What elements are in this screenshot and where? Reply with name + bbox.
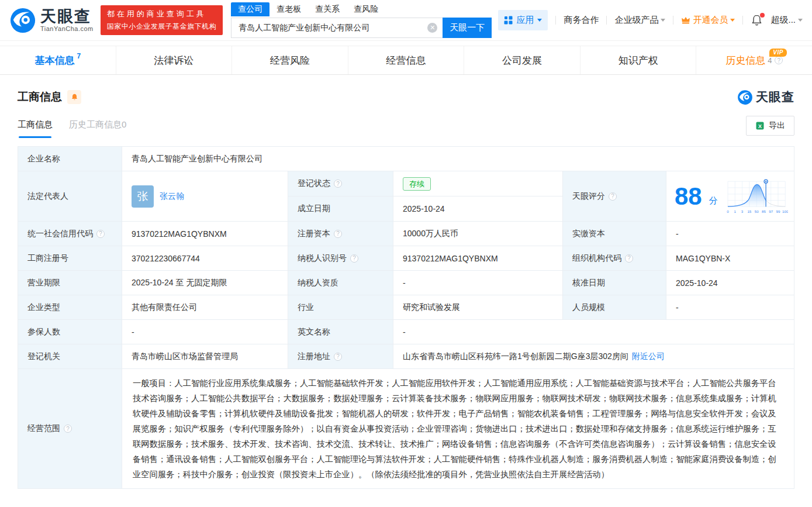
help-icon[interactable]: ? xyxy=(334,230,342,238)
help-icon[interactable]: ? xyxy=(96,230,105,238)
field-label: 实缴资本 xyxy=(563,222,666,246)
score-cell: 88 分 xyxy=(666,171,794,222)
logo-subtitle: TianYanCha.com xyxy=(40,25,94,32)
field-value-text: MAG1QYBN-X xyxy=(676,254,730,263)
table-row: 工商注册号370212230667744纳税人识别号?91370212MAG1Q… xyxy=(18,246,794,271)
establish-date: 2025-10-24 xyxy=(403,204,445,213)
field-label-text: 工商注册号 xyxy=(27,253,68,264)
field-value-text: 91370212MAG1QYBNXM xyxy=(403,254,498,263)
field-value: MAG1QYBN-X xyxy=(666,246,794,271)
divider xyxy=(742,16,743,25)
table-row: 营业期限2025-10-24 至 无固定期限纳税人资质-核准日期2025-10-… xyxy=(18,271,794,295)
field-value: 91370212MAG1QYBNXM xyxy=(122,222,288,246)
status-badge: 存续 xyxy=(403,177,431,191)
score-unit: 分 xyxy=(709,195,718,206)
info-table-rows: 统一社会信用代码?91370212MAG1QYBNXM注册资本?10000万人民… xyxy=(18,222,794,489)
field-value: 370212230667744 xyxy=(122,246,288,271)
field-label: 成立日期 xyxy=(288,196,393,222)
field-label-text: 注册地址 xyxy=(298,351,330,362)
export-button[interactable]: X 导出 xyxy=(746,116,794,136)
subscribe-bell-badge[interactable] xyxy=(67,90,81,104)
search-button[interactable]: 天眼一下 xyxy=(443,18,492,38)
search-tab-查风险[interactable]: 查风险 xyxy=(347,2,385,16)
help-icon[interactable]: ? xyxy=(64,425,72,433)
search-tab-查关系[interactable]: 查关系 xyxy=(308,2,347,16)
header-nav: 应用 商务合作 企业级产品 开通会员 xyxy=(498,10,803,30)
score-chart-ticks: 0131550859799100 xyxy=(727,209,788,213)
tab-法律诉讼[interactable]: 法律诉讼 xyxy=(116,46,233,74)
score-distribution-chart: 0131550859799100 xyxy=(725,174,788,219)
help-icon[interactable]: ? xyxy=(334,353,342,361)
nearby-company-link[interactable]: 附近公司 xyxy=(632,351,665,362)
field-label: 经营范围? xyxy=(18,369,122,489)
chart-tick-label: 3 xyxy=(741,209,744,213)
field-value-text: 一般项目：人工智能行业应用系统集成服务；人工智能基础软件开发；人工智能应用软件开… xyxy=(133,378,776,479)
subtabs: 工商信息历史工商信息0 xyxy=(18,119,126,138)
nav-enterprise-products[interactable]: 企业级产品 xyxy=(614,15,665,26)
nav-apps-button[interactable]: 应用 xyxy=(498,10,548,30)
tab-label: 经营风险 xyxy=(270,54,310,67)
nav-enterprise-label: 企业级产品 xyxy=(614,15,658,26)
search-area: 查公司查老板查关系查风险 ✕ 天眼一下 xyxy=(231,2,492,38)
field-label: 统一社会信用代码? xyxy=(18,222,122,246)
help-icon[interactable]: ? xyxy=(609,192,617,201)
search-tab-查老板[interactable]: 查老板 xyxy=(269,2,308,16)
svg-text:X: X xyxy=(758,123,762,129)
table-row: 统一社会信用代码?91370212MAG1QYBNXM注册资本?10000万人民… xyxy=(18,222,794,246)
field-value-text: 其他有限责任公司 xyxy=(132,302,197,313)
promo-banner-line2: 国家中小企业发展子基金旗下机构 xyxy=(107,22,217,32)
chart-tick-label: 97 xyxy=(769,209,773,213)
nav-cooperation-label: 商务合作 xyxy=(564,15,599,26)
field-value: 存续 xyxy=(393,171,563,196)
nav-open-vip[interactable]: 开通会员 xyxy=(681,15,735,26)
subtab-历史工商信息0[interactable]: 历史工商信息0 xyxy=(69,119,126,138)
section-header: 工商信息 天眼查 xyxy=(18,89,794,105)
promo-banner-line1: 都在用的商业查询工具 xyxy=(107,9,217,19)
nav-super-vip[interactable]: 超级... xyxy=(770,15,803,26)
watermark-text: 天眼查 xyxy=(756,89,794,105)
field-value-text: - xyxy=(403,327,406,337)
field-value: - xyxy=(122,320,288,344)
field-value: 91370212MAG1QYBNXM xyxy=(393,246,563,271)
section-title-wrap: 工商信息 xyxy=(18,89,81,105)
search-tab-查公司[interactable]: 查公司 xyxy=(231,2,269,16)
help-icon[interactable]: ? xyxy=(625,254,633,263)
field-value-text: - xyxy=(132,327,134,337)
vip-badge: VIP xyxy=(769,49,787,57)
chart-tick-label: 100 xyxy=(782,209,788,213)
logo-text: 天眼查 TianYanCha.com xyxy=(40,8,94,32)
field-label-text: 成立日期 xyxy=(298,204,330,214)
field-label-text: 企业名称 xyxy=(27,154,60,164)
tab-公司发展[interactable]: 公司发展 xyxy=(464,46,581,74)
field-value-text: 370212230667744 xyxy=(132,254,200,263)
field-value: - xyxy=(666,222,794,246)
tab-label: 法律诉讼 xyxy=(154,54,194,67)
search-input-wrap: ✕ xyxy=(231,18,443,38)
tab-经营风险[interactable]: 经营风险 xyxy=(232,46,348,74)
notifications-bell[interactable] xyxy=(751,14,763,26)
tianyancha-logo[interactable]: 天眼查 TianYanCha.com xyxy=(9,7,94,34)
tab-经营信息[interactable]: 经营信息 xyxy=(348,46,465,74)
help-icon[interactable]: ? xyxy=(350,254,358,263)
chevron-down-icon xyxy=(537,19,542,24)
tab-基本信息[interactable]: 基本信息7 xyxy=(0,46,116,74)
subtab-工商信息[interactable]: 工商信息 xyxy=(18,119,53,138)
field-label: 人员规模 xyxy=(563,295,666,320)
field-label: 注册资本? xyxy=(288,222,393,246)
bell-icon xyxy=(71,93,78,101)
table-row: 参保人数-英文名称- xyxy=(18,320,794,344)
tianyancha-logo-icon xyxy=(9,7,36,34)
field-label: 企业类型 xyxy=(18,295,122,320)
export-label: 导出 xyxy=(769,120,785,131)
search-input[interactable] xyxy=(231,18,443,38)
help-icon[interactable]: ? xyxy=(334,180,342,188)
avatar: 张 xyxy=(132,185,154,208)
tab-历史信息[interactable]: 历史信息4?VIP xyxy=(696,46,812,74)
tab-知识产权[interactable]: 知识产权 xyxy=(581,46,697,74)
field-label: 参保人数 xyxy=(18,320,122,344)
nav-cooperation[interactable]: 商务合作 xyxy=(564,15,599,26)
table-subrow: 登记状态 ? 存续 xyxy=(288,171,563,196)
tab-label: 历史信息 xyxy=(725,54,765,67)
tab-label: 公司发展 xyxy=(502,54,542,67)
legal-rep-link[interactable]: 张云翰 xyxy=(160,191,184,202)
